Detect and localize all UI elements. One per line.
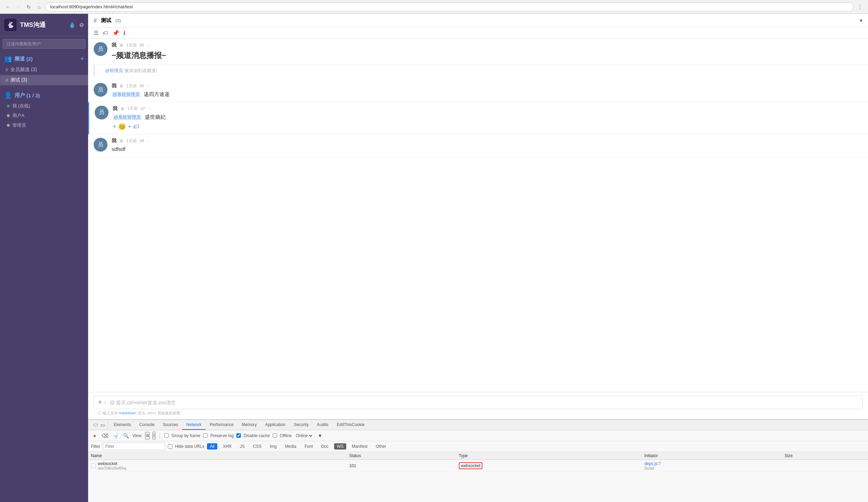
filter-js-button[interactable]: JS (237, 443, 247, 450)
message-id: #8 (140, 138, 144, 143)
user-admin-label: 管理员 (12, 122, 26, 128)
throttle-select[interactable]: Online (294, 433, 313, 438)
waterfall-view-button[interactable]: ⁞ (152, 432, 155, 440)
pin-icon-button[interactable]: 📌 (112, 30, 119, 36)
devtools-toolbar: ● ⌫ 🚽 🔍 View: ≡ ⁞ Group by frame Preserv… (88, 430, 868, 441)
home-button[interactable]: ⌂ (35, 3, 43, 11)
filter-manifest-button[interactable]: Manifest (349, 443, 370, 450)
tab-elements[interactable]: Elements (110, 420, 135, 430)
app-title: TMS沟通 (20, 21, 46, 29)
sidebar-header-icons: 💧 ⚙ (69, 22, 84, 28)
devtools: ⬭ ▭ Elements Console Sources Network Per… (88, 419, 868, 502)
initiator-link[interactable]: deps.js:7 (644, 461, 779, 466)
offline-checkbox[interactable] (273, 433, 277, 438)
group-by-frame-checkbox[interactable] (164, 433, 169, 438)
tab-editthiscookie[interactable]: EditThisCookie (333, 420, 369, 430)
message-input[interactable] (105, 400, 858, 405)
message-item-highlighted: 员 我 🖥 1天前 #7 ☆ @系统管理员 盛世嫡妃 + 😊 (88, 102, 868, 135)
col-type: Type (456, 452, 642, 460)
clear-button[interactable]: ⌫ (101, 432, 109, 440)
type-badge: websocket (459, 462, 483, 469)
message-meta: 我 🖥 1天前 #5 ☆ (112, 42, 862, 48)
add-channel-button[interactable]: + (80, 55, 84, 62)
separator (160, 433, 160, 439)
message-add-button[interactable]: + (98, 399, 102, 406)
filter-input[interactable] (103, 443, 165, 450)
filter-xhr-button[interactable]: XHR (220, 443, 234, 450)
browser-menu-button[interactable]: ⋮ (856, 3, 864, 11)
filter-ws-button[interactable]: WS (334, 443, 346, 450)
devtools-tabs: ⬭ ▭ Elements Console Sources Network Per… (88, 420, 868, 430)
search-icon-button[interactable]: 🔍 (122, 432, 130, 440)
channel-member-count: (3) (115, 18, 121, 23)
tab-console[interactable]: Console (135, 420, 159, 430)
tab-application[interactable]: Application (261, 420, 290, 430)
disable-cache-checkbox[interactable] (236, 433, 241, 438)
star-icon[interactable]: ☆ (147, 138, 151, 143)
hide-data-urls-label: Hide data URLs (175, 444, 205, 449)
filter-css-button[interactable]: CSS (250, 443, 264, 450)
menu-icon-button[interactable]: ☰ (94, 30, 98, 36)
filter-media-button[interactable]: Media (282, 443, 299, 450)
users-icon: 👤 (4, 91, 12, 99)
avatar: 员 (94, 42, 107, 56)
col-initiator: Initiator (642, 452, 782, 460)
star-icon[interactable]: ☆ (147, 84, 151, 88)
group-by-frame-group: Group by frame (164, 433, 200, 438)
filter-icon-button[interactable]: 🚽 (112, 432, 119, 440)
back-button[interactable]: ← (4, 3, 12, 11)
tab-sources[interactable]: Sources (159, 420, 182, 430)
devtools-filter: Filter Hide data URLs All XHR JS CSS Img… (88, 441, 868, 452)
tab-performance[interactable]: Performance (206, 420, 238, 430)
tab-network[interactable]: Network (182, 420, 206, 430)
sidebar-user-a[interactable]: 用户A (0, 111, 88, 120)
channel-header: # 测试 (3) ▾ (88, 14, 868, 28)
monitor-icon: 🖥 (119, 84, 123, 88)
inspect-element-icon[interactable]: ⬭ (94, 422, 98, 428)
rabbit-icon: 🐇 (7, 21, 14, 29)
filter-img-button[interactable]: Img (267, 443, 280, 450)
channels-section-header[interactable]: 👥 频道 (2) + (0, 51, 88, 65)
mention: @管理员 (105, 68, 123, 73)
star-icon[interactable]: ☆ (148, 106, 152, 111)
settings-icon-button[interactable]: ⚙ (79, 22, 84, 28)
tab-memory[interactable]: Memory (238, 420, 261, 430)
hide-data-urls-checkbox[interactable] (168, 444, 172, 449)
sidebar-item-test-channel[interactable]: # 测试 (3) (0, 75, 88, 85)
info-icon-button[interactable]: ℹ (123, 30, 125, 36)
row-type-cell: websocket (456, 460, 642, 472)
system-message-text: 被添加到该频道! (124, 68, 157, 73)
filter-font-button[interactable]: Font (302, 443, 315, 450)
emoji-reaction-button[interactable]: + 😊 (113, 123, 126, 131)
water-icon-button[interactable]: 💧 (69, 22, 76, 28)
tab-audits[interactable]: Audits (313, 420, 332, 430)
sidebar: 🐇 TMS沟通 💧 ⚙ 👥 频道 (2) + # 全员频道 (3) # 测试 (… (0, 14, 88, 502)
filter-other-button[interactable]: Other (373, 443, 389, 450)
sidebar-item-all-channels[interactable]: # 全员频道 (3) (0, 65, 88, 75)
sidebar-user-admin[interactable]: 管理员 (0, 120, 88, 130)
table-row[interactable]: websocket /ws/336/c0ixf5hq 101 websocket (88, 460, 868, 472)
address-bar[interactable] (46, 2, 853, 11)
users-section-header[interactable]: 👤 用户 (1 / 3) (0, 88, 88, 101)
list-view-button[interactable]: ≡ (145, 432, 150, 440)
sidebar-user-me[interactable]: 我 (在线) (0, 101, 88, 111)
preserve-log-checkbox[interactable] (203, 433, 208, 438)
filter-doc-button[interactable]: Doc (319, 443, 331, 450)
forward-button[interactable]: → (15, 3, 22, 11)
preserve-log-group: Preserve log (203, 433, 234, 438)
tag-icon-button[interactable]: 🏷 (103, 30, 108, 36)
tag-reaction-button[interactable]: + 🏷 (128, 123, 140, 131)
row-status-cell: 101 (347, 460, 456, 472)
throttle-arrow-button[interactable]: ▼ (316, 432, 324, 440)
record-button[interactable]: ● (91, 432, 98, 440)
channels-count: (2) (25, 56, 33, 62)
reload-button[interactable]: ↻ (25, 3, 32, 11)
sidebar-channel-label: 全员频道 (3) (10, 67, 37, 73)
sidebar-search-input[interactable] (3, 39, 85, 49)
device-toolbar-icon[interactable]: ▭ (101, 422, 105, 428)
star-icon[interactable]: ☆ (147, 43, 151, 48)
user-me-label: 我 (在线) (12, 103, 30, 109)
tab-security[interactable]: Security (290, 420, 313, 430)
channel-dropdown-button[interactable]: ▾ (860, 17, 862, 24)
filter-all-button[interactable]: All (207, 443, 217, 450)
